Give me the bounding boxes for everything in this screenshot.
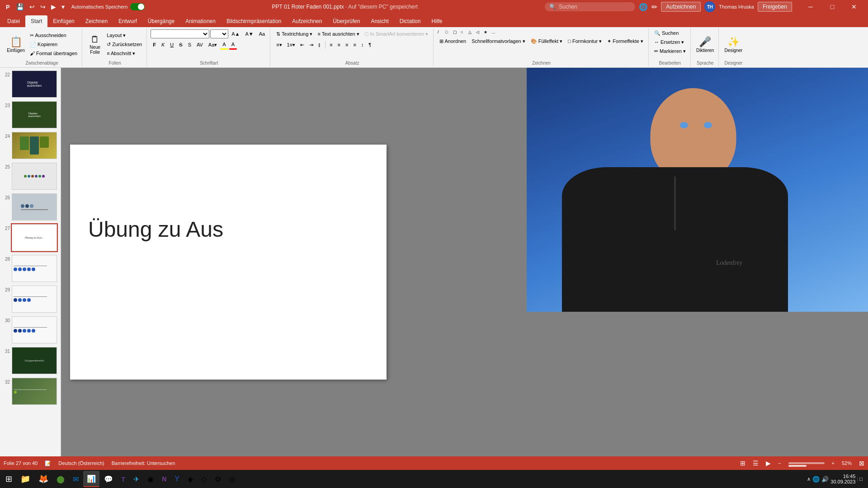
qat-redo[interactable]: ↪ — [39, 3, 47, 11]
shape-line[interactable]: / — [437, 29, 443, 35]
freigeben-button[interactable]: Freigeben — [758, 2, 792, 12]
text-ausrichten-button[interactable]: ≡ Text ausrichten ▾ — [315, 29, 361, 39]
slide-preview-25[interactable] — [12, 163, 57, 190]
align-justify-button[interactable]: ≡ — [351, 40, 358, 50]
slide-thumb-27[interactable]: 27 Übung zu Aus... — [1, 223, 60, 252]
effects-button[interactable]: ✦ Formeffekte ▾ — [605, 36, 646, 46]
outline-view-button[interactable]: ☰ — [753, 460, 759, 467]
slide-thumb-30[interactable]: 30 — [1, 315, 60, 344]
taskbar-app1[interactable]: ◉ — [144, 471, 157, 487]
slide-preview-30[interactable] — [12, 316, 57, 343]
slide-thumb-23[interactable]: 23 Objekteausrichten — [1, 100, 60, 129]
kopieren-button[interactable]: 📄 Kopieren — [28, 40, 79, 48]
tab-hilfe[interactable]: Hilfe — [426, 15, 448, 27]
user-avatar[interactable]: TH — [704, 1, 715, 12]
slide-preview-31[interactable]: Gruppenbereich — [12, 347, 57, 374]
decrease-font-button[interactable]: A▼ — [243, 29, 255, 39]
taskbar-start[interactable]: ⊞ — [2, 471, 16, 487]
close-button[interactable]: ✕ — [844, 0, 864, 14]
taskbar-yammer[interactable]: Y — [171, 471, 183, 487]
clear-format-button[interactable]: Aa — [257, 29, 267, 39]
fill-button[interactable]: 🎨 Fülleffekt ▾ — [528, 36, 565, 46]
qat-present[interactable]: ▶ — [50, 3, 57, 11]
shape-rtri[interactable]: ◁ — [476, 29, 482, 35]
tab-einfuegen[interactable]: Einfügen — [47, 15, 80, 27]
strikethrough-button[interactable]: S — [177, 40, 184, 50]
shape-rrect[interactable]: ▢ — [453, 29, 459, 35]
accessibility[interactable]: Barrierefreiheit: Untersuchen — [112, 460, 175, 466]
slide-thumb-32[interactable]: 32 — [1, 377, 60, 406]
fit-slide-button[interactable]: ⊠ — [859, 460, 864, 467]
slide-preview-22[interactable]: Objekteausrichten — [12, 70, 57, 98]
increase-font-button[interactable]: A▲ — [229, 29, 242, 39]
taskbar-outlook[interactable]: ✉ — [69, 471, 82, 487]
shape-tri[interactable]: △ — [468, 29, 474, 35]
format-uebertragen-button[interactable]: 🖌 Format übertragen — [28, 49, 79, 57]
designer-button[interactable]: ✨ Designer — [722, 31, 744, 58]
tab-bildschirm[interactable]: Bildschirmpräsentation — [221, 15, 287, 27]
notes-icon[interactable]: 📝 — [45, 460, 51, 466]
slide-thumb-22[interactable]: 22 Objekteausrichten — [1, 70, 60, 99]
shape-rect[interactable]: □ — [445, 29, 451, 35]
align-center-button[interactable]: ≡ — [335, 40, 343, 50]
smartart-button[interactable]: ⬡ In SmartArt konvertieren ▾ — [362, 29, 430, 39]
slideshow-button[interactable]: ▶ — [766, 460, 771, 467]
tab-zeichnen[interactable]: Zeichnen — [80, 15, 113, 27]
suchen-button[interactable]: 🔍 Suchen — [652, 29, 688, 37]
abschnitt-button[interactable]: ≡ Abschnitt ▾ — [105, 49, 144, 57]
slide-panel[interactable]: 22 Objekteausrichten 23 Objekteausrichte… — [0, 68, 61, 456]
font-color-button[interactable]: A — [229, 40, 237, 50]
slide-preview-26[interactable] — [12, 193, 57, 221]
taskbar-onenote[interactable]: N — [158, 471, 170, 487]
taskbar-app3[interactable]: ◇ — [198, 471, 210, 487]
tab-ansicht[interactable]: Ansicht — [365, 15, 394, 27]
layout-button[interactable]: Layout ▾ — [105, 31, 144, 39]
tab-aufzeichnen[interactable]: Aufzeichnen — [287, 15, 327, 27]
case-button[interactable]: Aa▾ — [206, 40, 219, 50]
zoom-slider[interactable] — [788, 462, 825, 464]
tab-dictation[interactable]: Dictation — [394, 15, 426, 27]
line-spacing-button[interactable]: ↕ — [359, 40, 366, 50]
quick-styles-button[interactable]: Schnellformatvorlagen ▾ — [469, 36, 528, 46]
markieren-button[interactable]: ✏ Markieren ▾ — [652, 47, 688, 55]
slide-preview-32[interactable] — [12, 378, 57, 405]
taskbar-msg[interactable]: 💬 — [100, 471, 117, 487]
slide-preview-28[interactable] — [12, 255, 57, 282]
textrichtung-button[interactable]: ⇅ Textrichtung ▾ — [274, 29, 315, 39]
slide-preview-24[interactable] — [12, 132, 57, 159]
list-number-button[interactable]: 1≡▾ — [285, 40, 298, 50]
tab-start[interactable]: Start — [25, 15, 47, 27]
para-spacing-button[interactable]: ¶ — [366, 40, 373, 50]
taskbar-chrome[interactable]: ⬤ — [53, 471, 68, 487]
slide-thumb-26[interactable]: 26 — [1, 192, 60, 221]
align-left-button[interactable]: ≡ — [327, 40, 335, 50]
zuruecksetzen-button[interactable]: ↺ Zurücksetzen — [105, 40, 144, 48]
font-family-select[interactable] — [151, 29, 209, 38]
tab-datei[interactable]: Datei — [2, 15, 25, 27]
ausschneiden-button[interactable]: ✂ Ausschneiden — [28, 31, 79, 39]
aufzeichnen-button[interactable]: Aufzeichnen — [661, 2, 701, 12]
font-size-select[interactable] — [210, 29, 228, 38]
slide-thumb-28[interactable]: 28 — [1, 254, 60, 283]
shape-star[interactable]: ★ — [483, 29, 490, 35]
taskbar-powerpoint[interactable]: 📊 — [83, 471, 99, 487]
slide-preview-29[interactable] — [12, 286, 57, 313]
arrange-button[interactable]: ⊞ Anordnen — [437, 36, 468, 46]
pen-icon[interactable]: ✏ — [651, 3, 657, 11]
taskbar-files[interactable]: 📁 — [17, 471, 34, 487]
slide-preview-27[interactable]: Übung zu Aus... — [12, 224, 57, 251]
indent-increase-button[interactable]: ⇥ — [307, 40, 316, 50]
show-desktop[interactable]: □ — [857, 476, 863, 482]
tab-animationen[interactable]: Animationen — [180, 15, 221, 27]
taskbar-app4[interactable]: ⚙ — [211, 471, 225, 487]
indent-decrease-button[interactable]: ⇤ — [298, 40, 307, 50]
taskbar-firefox[interactable]: 🦊 — [35, 471, 52, 487]
taskbar-telegram[interactable]: ✈ — [130, 471, 143, 487]
qat-undo[interactable]: ↩ — [28, 3, 36, 11]
taskbar-app5[interactable]: ◎ — [226, 471, 239, 487]
auto-save-toggle[interactable] — [130, 3, 145, 10]
normal-view-button[interactable]: ⊞ — [740, 460, 745, 467]
underline-button[interactable]: U — [168, 40, 176, 50]
minimize-button[interactable]: ─ — [800, 0, 821, 14]
col-button[interactable]: ⫿ — [316, 40, 323, 50]
